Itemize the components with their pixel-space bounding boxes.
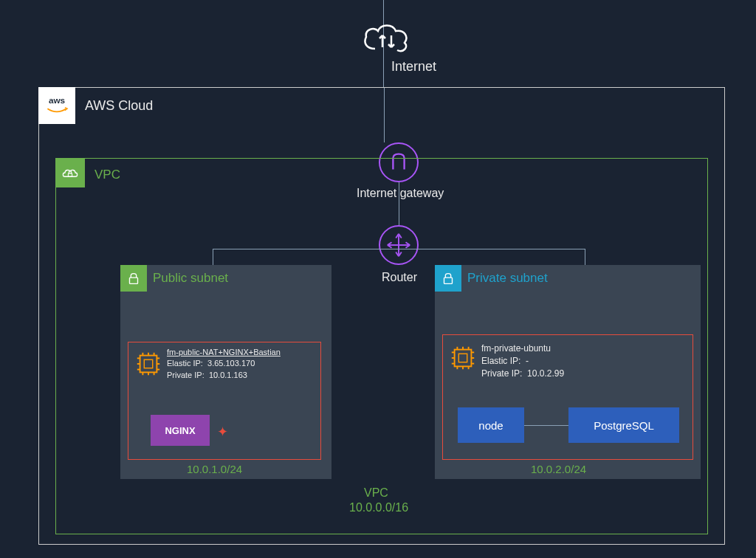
public-subnet-title: Public subnet bbox=[153, 271, 228, 286]
node-service: node bbox=[458, 407, 524, 443]
public-instance-details: fm-public-NAT+NGINX+Bastian Elastic IP: … bbox=[167, 347, 281, 381]
public-subnet-badge-icon bbox=[120, 265, 147, 292]
svg-rect-5 bbox=[140, 356, 157, 373]
svg-rect-20 bbox=[455, 350, 472, 367]
internet-label: Internet bbox=[391, 59, 436, 75]
elastic-ip-label: Elastic IP: bbox=[167, 359, 203, 368]
private-ip-value: 10.0.1.163 bbox=[209, 371, 247, 379]
postgresql-service: PostgreSQL bbox=[568, 407, 679, 443]
vpc-title: VPC bbox=[94, 168, 120, 182]
ec2-chip-icon bbox=[449, 344, 477, 375]
svg-text:aws: aws bbox=[49, 95, 66, 105]
aws-logo-badge: aws bbox=[38, 87, 75, 124]
svg-rect-21 bbox=[458, 354, 467, 362]
connector-line bbox=[213, 249, 213, 265]
public-subnet-cidr: 10.0.1.0/24 bbox=[187, 463, 242, 475]
connector-line bbox=[585, 249, 585, 265]
aws-cloud-title: AWS Cloud bbox=[85, 98, 153, 114]
vpc-footer-label: VPC bbox=[364, 486, 388, 500]
connector-line bbox=[213, 249, 585, 249]
cloud-icon bbox=[360, 21, 412, 56]
private-subnet-badge-icon bbox=[435, 265, 461, 292]
diagram-canvas: Internet aws AWS Cloud Internet gateway bbox=[0, 0, 756, 558]
elastic-ip-label: Elastic IP: bbox=[481, 356, 520, 366]
private-ip-value: 10.0.2.99 bbox=[527, 368, 564, 379]
private-subnet-container: Private subnet fm-private-ubuntu Elastic… bbox=[435, 265, 701, 479]
private-ip-label: Private IP: bbox=[481, 368, 522, 379]
private-subnet-cidr: 10.0.2.0/24 bbox=[531, 463, 586, 475]
instance-name: fm-public-NAT+NGINX+Bastian bbox=[167, 348, 281, 356]
elastic-ip-value: 3.65.103.170 bbox=[207, 359, 255, 368]
public-instance-box: fm-public-NAT+NGINX+Bastian Elastic IP: … bbox=[128, 342, 321, 460]
private-instance-box: fm-private-ubuntu Elastic IP: - Private … bbox=[442, 334, 693, 460]
public-subnet-container: Public subnet fm-public-NAT+NGINX+Bastia… bbox=[120, 265, 331, 479]
nginx-service: NGINX bbox=[151, 415, 210, 446]
private-subnet-title: Private subnet bbox=[467, 271, 548, 286]
svg-rect-19 bbox=[444, 278, 453, 283]
connector-line bbox=[524, 425, 568, 426]
vpc-footer-cidr: 10.0.0.0/16 bbox=[349, 501, 408, 514]
connector-line bbox=[384, 88, 385, 142]
elastic-ip-value: - bbox=[526, 356, 529, 366]
private-ip-label: Private IP: bbox=[167, 371, 205, 379]
svg-rect-4 bbox=[130, 278, 138, 283]
private-instance-details: fm-private-ubuntu Elastic IP: - Private … bbox=[481, 342, 564, 379]
svg-rect-6 bbox=[144, 359, 152, 368]
ec2-chip-icon bbox=[134, 350, 162, 381]
vpc-badge-icon bbox=[55, 158, 85, 187]
aws-cloud-container: aws AWS Cloud Internet gateway bbox=[38, 87, 725, 545]
instance-name: fm-private-ubuntu bbox=[481, 343, 551, 354]
arrow-left-icon: ✦ bbox=[217, 424, 228, 440]
